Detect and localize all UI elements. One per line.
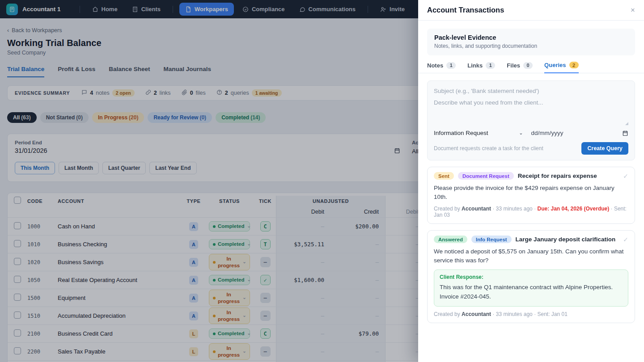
meta-separator: · bbox=[492, 206, 494, 212]
query-type-select[interactable]: Information Request ⌄ bbox=[434, 130, 531, 136]
resize-handle[interactable]: ◢ bbox=[625, 121, 628, 126]
query-card: Answered Info Request Large January depo… bbox=[427, 230, 635, 323]
query-body: We noticed a deposit of $5,575 on Januar… bbox=[434, 247, 628, 265]
query-meta: Created by Accountant · 33 minutes ago ·… bbox=[434, 311, 628, 317]
status-badge: Answered bbox=[434, 236, 467, 243]
type-badge: Info Request bbox=[471, 236, 512, 243]
account-transactions-panel: Account Transactions × Pack-level Eviden… bbox=[418, 0, 644, 362]
meta-separator: · bbox=[492, 311, 494, 317]
meta-separator: · bbox=[534, 206, 536, 212]
tab-label: Files bbox=[507, 62, 520, 69]
client-response-label: Client Response: bbox=[440, 274, 623, 280]
create-query-button[interactable]: Create Query bbox=[581, 142, 628, 155]
tab-count-badge: 1 bbox=[446, 62, 456, 69]
due-date-overdue: Due: Jan 04, 2026 (Overdue) bbox=[537, 206, 609, 212]
tab-links[interactable]: Links 1 bbox=[467, 62, 495, 73]
author-name: Accountant bbox=[462, 206, 491, 212]
query-meta: Created by Accountant · 33 minutes ago ·… bbox=[434, 206, 628, 218]
query-due-date-input[interactable]: dd/mm/yyyy bbox=[531, 130, 629, 136]
meta-separator: · bbox=[534, 311, 536, 317]
sent-date: Sent: Jan 01 bbox=[537, 311, 567, 317]
tab-notes[interactable]: Notes 1 bbox=[427, 62, 456, 73]
pack-title: Pack-level Evidence bbox=[434, 34, 628, 41]
query-card: Sent Document Request Receipt for repair… bbox=[427, 167, 635, 224]
form-helper-text: Document requests create a task for the … bbox=[434, 145, 543, 152]
meta-separator: · bbox=[611, 206, 613, 212]
tab-files[interactable]: Files 0 bbox=[507, 62, 533, 73]
time-ago: 33 minutes ago bbox=[496, 311, 533, 317]
query-type-value: Information Request bbox=[434, 130, 488, 136]
author-name: Accountant bbox=[462, 311, 491, 317]
created-by-label: Created by bbox=[434, 206, 460, 212]
tab-label: Links bbox=[467, 62, 483, 69]
chevron-down-icon: ⌄ bbox=[519, 130, 523, 136]
time-ago: 33 minutes ago bbox=[496, 206, 533, 212]
create-query-form: ◢ Information Request ⌄ dd/mm/yyyy Docum… bbox=[427, 80, 635, 160]
status-badge: Sent bbox=[434, 172, 454, 180]
pack-subtitle: Notes, links, and supporting documentati… bbox=[434, 43, 628, 49]
query-title: Receipt for repairs expense bbox=[518, 173, 597, 179]
tab-count-badge: 0 bbox=[523, 62, 533, 69]
date-placeholder: dd/mm/yyyy bbox=[531, 130, 564, 136]
resolve-check-icon[interactable]: ✓ bbox=[623, 236, 628, 243]
resolve-check-icon[interactable]: ✓ bbox=[623, 173, 628, 180]
calendar-icon[interactable] bbox=[622, 130, 628, 136]
client-response-text: This was for the Q1 maintenance contract… bbox=[440, 283, 623, 301]
type-badge: Document Request bbox=[458, 172, 514, 180]
panel-title: Account Transactions bbox=[427, 6, 504, 14]
query-subject-input[interactable] bbox=[434, 88, 628, 94]
tab-count-badge: 1 bbox=[486, 62, 495, 69]
query-description-input[interactable] bbox=[434, 99, 628, 125]
pack-level-evidence-card: Pack-level Evidence Notes, links, and su… bbox=[427, 29, 635, 55]
tab-count-badge: 2 bbox=[569, 62, 579, 68]
tab-label: Notes bbox=[427, 62, 443, 69]
close-icon[interactable]: × bbox=[631, 6, 635, 14]
created-by-label: Created by bbox=[434, 311, 460, 317]
query-title: Large January deposit clarification bbox=[516, 236, 616, 243]
client-response-box: Client Response: This was for the Q1 mai… bbox=[434, 269, 628, 307]
tab-label: Queries bbox=[544, 62, 566, 68]
tab-queries[interactable]: Queries 2 bbox=[544, 62, 579, 73]
evidence-tabs: Notes 1 Links 1 Files 0 Queries 2 bbox=[418, 62, 644, 73]
query-body: Please provide the invoice for the $429 … bbox=[434, 184, 628, 201]
